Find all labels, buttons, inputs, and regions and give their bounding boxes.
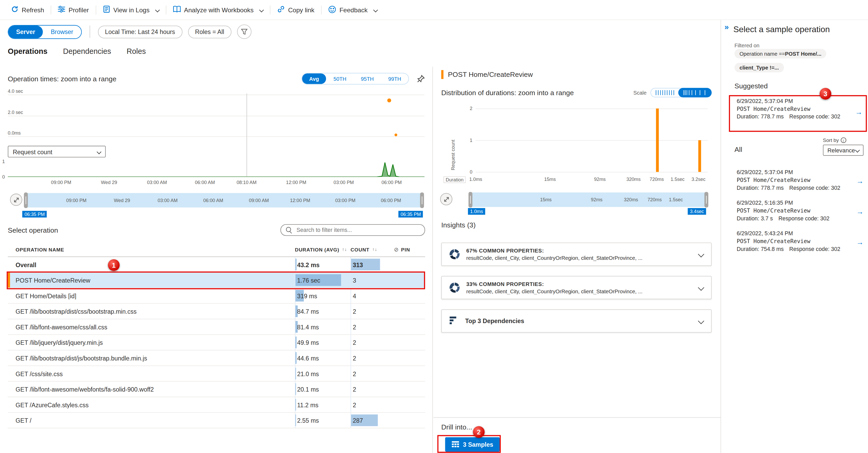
brush-track[interactable]: 09:00 PMWed 2903:00 AM06:00 AM09:00 AM12… (26, 193, 422, 207)
operation-row[interactable]: POST Home/CreateReview 1.76 sec 3 (8, 272, 425, 288)
roles-filter[interactable]: Roles = All (188, 25, 231, 38)
open-sample-arrow-icon[interactable]: → (856, 238, 864, 247)
search-input[interactable] (296, 226, 420, 234)
duration-brush[interactable]: 15ms92ms320ms720ms1.5sec (433, 191, 712, 208)
filter-separator (89, 26, 90, 38)
operation-row[interactable]: GET / 2.55 ms 287 (8, 413, 425, 428)
browser-toggle[interactable]: Browser (43, 25, 81, 38)
brush-end-label: 06:35 PM (398, 211, 423, 218)
brush-start-label: 06:35 PM (22, 211, 47, 218)
profiler-button[interactable]: Profiler (51, 0, 95, 19)
operation-times-section: Operation times: zoom into a range Avg 5… (8, 67, 425, 450)
linear-scale-option[interactable] (651, 88, 679, 97)
time-brush[interactable]: 09:00 PMWed 2903:00 AM06:00 AM09:00 AM12… (8, 192, 425, 208)
sample-duration: Duration: 754.8 ms (737, 246, 784, 252)
view-in-logs-button[interactable]: View in Logs (96, 0, 166, 19)
tab-dependencies[interactable]: Dependencies (63, 47, 111, 56)
funnel-icon (241, 29, 248, 35)
operation-row[interactable]: GET /lib/bootstrap/dist/js/bootstrap.bun… (8, 351, 425, 366)
brush-handle-right[interactable] (420, 192, 424, 208)
column-count[interactable]: COUNT↑↓ (350, 242, 394, 256)
metric-95th[interactable]: 95TH (354, 73, 381, 84)
suggested-sample-card[interactable]: 6/29/2022, 5:37:04 PM POST Home/CreateRe… (732, 98, 865, 130)
operation-row[interactable]: GET /lib/font-awesome/webfonts/fa-solid-… (8, 382, 425, 397)
reset-zoom-button[interactable] (440, 193, 452, 205)
request-count-line (8, 159, 425, 177)
column-operation-name[interactable]: OPERATION NAME (8, 247, 295, 252)
metric-50th[interactable]: 50TH (326, 73, 354, 84)
sort-icon[interactable]: ↑↓ (342, 247, 347, 252)
operation-name-cell: Overall (8, 261, 295, 268)
brush-axis-tick: 03:00 AM (158, 198, 178, 203)
feedback-button[interactable]: Feedback (321, 0, 383, 19)
log-scale-option[interactable] (678, 88, 712, 97)
unpin-all-icon: ⊘ (394, 247, 399, 253)
pin-chart-button[interactable] (417, 74, 425, 83)
open-sample-arrow-icon[interactable]: → (856, 207, 864, 216)
metric-99th[interactable]: 99TH (381, 73, 408, 84)
operation-name-cell: GET / (8, 417, 295, 424)
request-count-chart[interactable]: 1 0 (8, 159, 425, 177)
insight-card-common-properties-33[interactable]: 33% COMMON PROPERTIES: resultCode, clien… (441, 276, 712, 299)
column-pin[interactable]: ⊘PIN (394, 247, 425, 253)
chevron-down-icon (259, 7, 264, 12)
filter-pill-operation-name[interactable]: Operation name == POST Home/... (735, 49, 827, 58)
brush-axis-tick: 15ms (540, 197, 552, 202)
collapse-panel-button[interactable]: » (724, 22, 729, 31)
sample-operation-item[interactable]: 6/29/2022, 5:16:35 PM POST Home/CreateRe… (732, 194, 866, 225)
chevron-down-icon (855, 148, 860, 153)
analyze-with-workbooks-button[interactable]: Analyze with Workbooks (166, 0, 270, 19)
sample-operation-item[interactable]: 6/29/2022, 5:43:24 PM POST Home/CreateRe… (732, 225, 866, 255)
metric-select[interactable]: Request count (8, 146, 106, 158)
sample-operation-item[interactable]: 6/29/2022, 5:37:04 PM POST Home/CreateRe… (732, 164, 866, 194)
operation-name-cell: GET /css/site.css (8, 370, 295, 377)
info-icon: i (841, 137, 846, 143)
column-duration[interactable]: DURATION (AVG)↑↓ (295, 242, 350, 256)
refresh-button[interactable]: Refresh (4, 0, 51, 19)
open-sample-arrow-icon[interactable]: → (856, 177, 864, 185)
brush-track[interactable]: 15ms92ms320ms720ms1.5sec (470, 192, 706, 207)
brush-handle-right[interactable] (704, 192, 708, 207)
count-cell: 2 (350, 304, 394, 319)
add-filter-button[interactable] (237, 25, 251, 39)
duration-histogram[interactable]: Request count 210 (433, 102, 712, 176)
feedback-label: Feedback (339, 6, 368, 13)
duration-cell: 20.1 ms (295, 382, 350, 396)
sort-icon[interactable]: ↑↓ (372, 247, 377, 252)
time-axis: 09:00 PMWed 2903:00 AM06:00 AM08:10 AM12… (8, 180, 425, 186)
panel-divider (432, 67, 433, 453)
tab-roles[interactable]: Roles (127, 47, 146, 56)
operation-row[interactable]: GET /AzureCafe.styles.css 11.2 ms 2 (8, 397, 425, 413)
open-sample-arrow-icon[interactable]: → (855, 108, 863, 116)
tab-operations[interactable]: Operations (8, 47, 48, 56)
operation-row[interactable]: Overall 43.2 ms 313 (8, 257, 425, 272)
insight-card-common-properties-67[interactable]: 67% COMMON PROPERTIES: resultCode, clien… (441, 242, 712, 266)
operation-name-cell: GET /lib/font-awesome/css/all.css (8, 324, 295, 330)
brush-handle-left[interactable] (24, 192, 28, 208)
brush-handle-left[interactable] (468, 192, 472, 207)
profiler-icon (58, 5, 65, 14)
insight-card-detail: resultCode, client_City, client_CountryO… (466, 255, 699, 261)
filter-pill-client-type[interactable]: client_Type !=... (735, 63, 784, 72)
y-axis-label: 0 (470, 169, 472, 174)
time-range-filter[interactable]: Local Time: Last 24 hours (98, 25, 182, 38)
operation-row[interactable]: GET /lib/font-awesome/css/all.css 81.4 m… (8, 319, 425, 335)
insight-card-top-dependencies[interactable]: Top 3 Dependencies (441, 309, 712, 332)
operation-row[interactable]: GET /lib/bootstrap/dist/css/bootstrap.mi… (8, 304, 425, 319)
server-toggle[interactable]: Server (8, 25, 43, 38)
reset-zoom-button[interactable] (10, 194, 22, 206)
operation-row[interactable]: GET Home/Details [id] 319 ms 4 (8, 288, 425, 304)
metric-toggle-group: Avg 50TH 95TH 99TH (302, 73, 409, 85)
chevron-down-icon[interactable] (698, 251, 704, 257)
copy-link-button[interactable]: Copy link (270, 0, 321, 19)
duration-cell: 43.2 ms (295, 257, 350, 272)
sort-select[interactable]: Relevance (823, 144, 864, 156)
metric-avg[interactable]: Avg (302, 73, 326, 84)
sample-operation-name: POST Home/CreateReview (732, 238, 866, 244)
operation-row[interactable]: GET /css/site.css 21.0 ms 2 (8, 366, 425, 382)
samples-button[interactable]: 3 Samples (445, 437, 500, 452)
operation-row[interactable]: GET /lib/jquery/dist/jquery.min.js 49.9 … (8, 335, 425, 351)
chevron-down-icon[interactable] (698, 318, 704, 324)
operation-times-chart[interactable]: 4.0 sec2.0 sec0.0ms (8, 89, 425, 140)
chevron-down-icon[interactable] (698, 284, 704, 291)
